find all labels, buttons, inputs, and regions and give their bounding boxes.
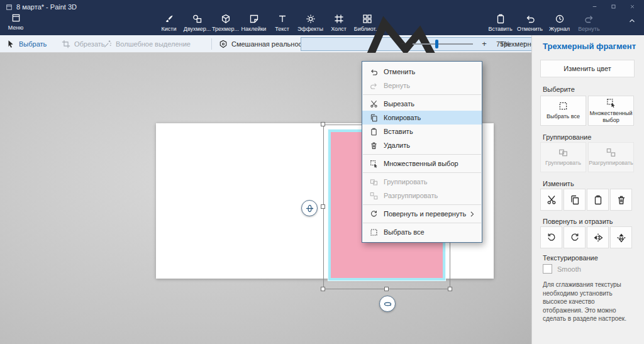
- rotate-flip-section-label: Повернуть и отразить: [543, 218, 613, 225]
- context-menu-item-paste[interactable]: Вставить: [362, 125, 482, 138]
- context-menu-label: Повернуть и перевернуть: [384, 210, 466, 218]
- zoom-slider-handle[interactable]: [435, 40, 438, 48]
- context-menu-item-undo[interactable]: Отменить: [362, 65, 482, 79]
- context-menu-item-redo[interactable]: Вернуть: [362, 79, 482, 92]
- redo-icon: [370, 82, 378, 90]
- menu-button[interactable]: Меню: [1, 9, 30, 35]
- paste-button[interactable]: [587, 189, 609, 211]
- mixed-reality-label: Смешанная реальность: [231, 40, 309, 48]
- zoom-level[interactable]: 75%: [496, 40, 510, 48]
- edit-section-label: Изменить: [543, 180, 574, 187]
- toolbar-label: Текст: [275, 26, 289, 32]
- close-button[interactable]: [623, 1, 641, 12]
- context-menu-label: Выбрать все: [384, 228, 425, 236]
- history-icon: [555, 14, 565, 24]
- toolbar-label: Наклейки: [242, 26, 267, 32]
- paste-icon: [496, 14, 506, 24]
- undo-button[interactable]: Отменить: [515, 11, 545, 35]
- group-button[interactable]: Группировать: [540, 142, 586, 172]
- redo-button[interactable]: Вернуть: [574, 11, 604, 35]
- change-color-button[interactable]: Изменить цвет: [540, 60, 635, 77]
- context-menu-item-ungroup[interactable]: Разгруппировать: [362, 189, 482, 203]
- maximize-button[interactable]: [604, 1, 623, 12]
- crop-tool-button[interactable]: Обрезать: [62, 35, 105, 53]
- sticker-icon: [249, 14, 259, 24]
- zoom-in-button[interactable]: +: [480, 39, 489, 48]
- selection-handle[interactable]: [448, 287, 452, 291]
- context-menu-label: Вернуть: [384, 82, 410, 89]
- paste-icon: [370, 128, 378, 136]
- cut-button[interactable]: [540, 189, 562, 211]
- context-menu-label: Множественный выбор: [384, 160, 458, 167]
- copy-icon: [570, 195, 580, 205]
- choose-buttons: Выбрать все Множественный выбор: [540, 96, 634, 126]
- copy-button[interactable]: [564, 189, 586, 211]
- context-menu-label: Вырезать: [384, 100, 414, 108]
- rotate-ccw-button[interactable]: [540, 226, 562, 248]
- select-tool-button[interactable]: Выбрать: [6, 35, 47, 53]
- context-menu: Отменить Вернуть Вырезать Копировать Вст…: [362, 61, 482, 243]
- select-all-icon: [558, 101, 568, 111]
- zoom-out-button[interactable]: −: [399, 39, 408, 48]
- selection-handle[interactable]: [321, 204, 325, 209]
- context-menu-item-delete[interactable]: Удалить: [362, 138, 482, 152]
- rotate-icon: [370, 210, 378, 218]
- toolbar-item-3d-shapes[interactable]: Трехмер...: [211, 11, 240, 35]
- menu-label: Меню: [8, 25, 23, 31]
- rotate-z-handle[interactable]: [379, 296, 396, 312]
- context-menu-label: Удалить: [384, 141, 410, 149]
- zoom-slider[interactable]: [413, 43, 473, 45]
- magic-select-button[interactable]: Волшебное выделение: [103, 35, 191, 53]
- select-all-button[interactable]: Выбрать все: [540, 96, 586, 126]
- paste-icon: [593, 195, 603, 205]
- select-all-label: Выбрать все: [547, 113, 580, 119]
- context-menu-label: Копировать: [384, 114, 421, 121]
- magic-select-label: Волшебное выделение: [116, 40, 191, 48]
- more-options-button[interactable]: ...: [518, 36, 526, 45]
- context-menu-item-rotate-flip[interactable]: Повернуть и перевернуть: [362, 207, 482, 221]
- select-all-icon: [370, 228, 378, 236]
- toolbar-item-brushes[interactable]: Кисти: [155, 11, 183, 35]
- toolbar-label: Журнал: [549, 26, 570, 32]
- smooth-checkbox[interactable]: [543, 264, 552, 274]
- group-icon: [370, 178, 378, 186]
- flip-vertical-icon: [616, 233, 626, 243]
- mixed-reality-button[interactable]: Смешанная реальность: [219, 35, 309, 53]
- context-menu-separator: [363, 223, 481, 223]
- toolbar-label: Вернуть: [578, 26, 599, 32]
- context-menu-label: Группировать: [384, 178, 428, 186]
- flip-vertical-button[interactable]: [610, 226, 632, 248]
- context-menu-item-cut[interactable]: Вырезать: [362, 97, 482, 111]
- history-button[interactable]: Журнал: [545, 11, 574, 35]
- delete-button[interactable]: [610, 189, 632, 211]
- context-menu-item-select-all[interactable]: Выбрать все: [362, 225, 482, 239]
- context-menu-label: Отменить: [384, 68, 415, 75]
- toolbar-item-text[interactable]: Текст: [268, 11, 296, 35]
- collapse-ribbon-button[interactable]: [628, 16, 640, 29]
- selection-handle[interactable]: [384, 287, 389, 291]
- context-menu-item-copy[interactable]: Копировать: [362, 111, 482, 125]
- select-tool-label: Выбрать: [19, 40, 47, 48]
- selection-handle[interactable]: [321, 122, 325, 126]
- ungroup-button[interactable]: Разгруппировать: [588, 142, 634, 172]
- grouping-buttons: Группировать Разгруппировать: [540, 142, 634, 172]
- magic-wand-icon: [103, 40, 112, 48]
- flip-horizontal-button[interactable]: [587, 226, 609, 248]
- ungroup-label: Разгруппировать: [589, 160, 633, 166]
- toolbar-item-stickers[interactable]: Наклейки: [240, 11, 268, 35]
- maximize-icon: [611, 4, 616, 9]
- multi-select-icon: [606, 98, 616, 108]
- cut-icon: [370, 100, 378, 108]
- rotate-x-handle[interactable]: [301, 200, 318, 216]
- multi-select-button[interactable]: Множественный выбор: [588, 96, 634, 126]
- context-menu-item-multi-select[interactable]: Множественный выбор: [362, 157, 482, 170]
- context-menu-separator: [363, 154, 481, 155]
- toolbar-label: Двухмер...: [184, 26, 211, 32]
- rotate-cw-button[interactable]: [564, 226, 586, 248]
- toolbar-item-2d-shapes[interactable]: Двухмер...: [183, 11, 211, 35]
- group-icon: [558, 148, 568, 157]
- selection-handle[interactable]: [321, 287, 325, 291]
- context-menu-separator: [363, 172, 481, 173]
- context-menu-item-group[interactable]: Группировать: [362, 175, 482, 189]
- shapes-2d-icon: [192, 14, 203, 24]
